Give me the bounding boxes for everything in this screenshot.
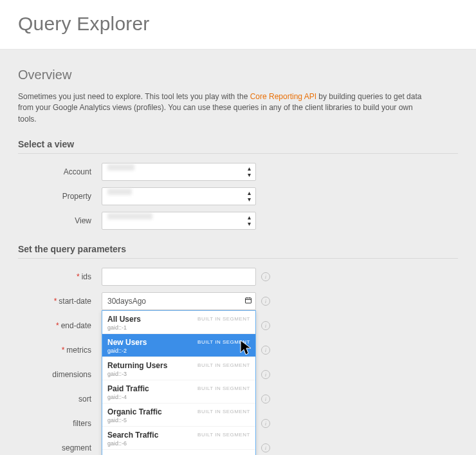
segment-option-id: gaid::-4 — [107, 394, 250, 400]
query-parameters-title: Set the query parameters — [18, 244, 458, 259]
segment-badge: BUILT IN SEGMENT — [197, 362, 250, 368]
segment-option-id: gaid::-1 — [107, 324, 250, 331]
label-start-date: *start-date — [18, 297, 102, 306]
label-filters: filters — [18, 419, 102, 428]
info-icon[interactable]: i — [261, 395, 270, 404]
core-reporting-api-link[interactable]: Core Reporting API — [250, 92, 316, 101]
segment-option-id: gaid::-6 — [107, 440, 250, 447]
label-sort: sort — [18, 395, 102, 404]
overview-intro: Sometimes you just need to explore. This… — [18, 91, 430, 125]
segment-option[interactable]: Paid Trafficgaid::-4BUILT IN SEGMENT — [102, 380, 255, 404]
app-header: Query Explorer — [0, 0, 476, 50]
segment-option[interactable]: Organic Trafficgaid::-5BUILT IN SEGMENT — [102, 404, 255, 427]
property-select[interactable]: ▴▾ — [102, 187, 256, 205]
label-segment: segment — [18, 443, 102, 452]
query-parameters-section: Set the query parameters *ids i *start-d… — [18, 244, 458, 455]
account-select[interactable]: ▴▾ — [102, 163, 256, 181]
label-property: Property — [18, 192, 102, 201]
segment-option-id: gaid::-3 — [107, 371, 250, 377]
info-icon[interactable]: i — [261, 419, 270, 428]
ids-input[interactable] — [102, 268, 256, 286]
segment-badge: BUILT IN SEGMENT — [197, 432, 250, 438]
row-property: Property ▴▾ — [18, 187, 458, 205]
overview-title: Overview — [18, 68, 458, 82]
row-view: View ▴▾ — [18, 212, 458, 230]
row-account: Account ▴▾ — [18, 163, 458, 181]
start-date-input[interactable] — [102, 292, 256, 310]
select-view-section: Select a view Account ▴▾ Property ▴▾ Vie… — [18, 139, 458, 230]
info-icon[interactable]: i — [261, 272, 270, 281]
label-account: Account — [18, 167, 102, 176]
label-ids: *ids — [18, 272, 102, 281]
info-icon[interactable]: i — [261, 297, 270, 306]
page-title: Query Explorer — [18, 13, 458, 35]
segment-option-id: gaid::-5 — [107, 417, 250, 423]
content-area: Overview Sometimes you just need to expl… — [0, 50, 476, 455]
label-dimensions: dimensions — [18, 370, 102, 379]
segment-option[interactable]: Returning Usersgaid::-3BUILT IN SEGMENT — [102, 357, 255, 380]
info-icon[interactable]: i — [261, 370, 270, 379]
row-start-date: *start-date i All Usersgaid::-1BUILT IN … — [18, 292, 458, 310]
info-icon[interactable]: i — [261, 346, 270, 355]
segment-option[interactable]: Search Trafficgaid::-6BUILT IN SEGMENT — [102, 427, 255, 450]
segment-option-id: gaid::-2 — [107, 348, 250, 354]
view-select[interactable]: ▴▾ — [102, 212, 256, 230]
segment-option[interactable]: New Usersgaid::-2BUILT IN SEGMENT — [102, 334, 255, 357]
segment-badge: BUILT IN SEGMENT — [197, 409, 250, 414]
segment-dropdown[interactable]: All Usersgaid::-1BUILT IN SEGMENTNew Use… — [102, 310, 256, 455]
info-icon[interactable]: i — [261, 321, 270, 330]
segment-badge: BUILT IN SEGMENT — [197, 316, 250, 322]
intro-text-pre: Sometimes you just need to explore. This… — [18, 92, 250, 101]
select-view-title: Select a view — [18, 139, 458, 154]
segment-option[interactable]: Direct TrafficBUILT IN SEGMENT — [102, 450, 255, 455]
row-ids: *ids i — [18, 268, 458, 286]
label-metrics: *metrics — [18, 346, 102, 355]
label-end-date: *end-date — [18, 321, 102, 330]
info-icon[interactable]: i — [261, 443, 270, 452]
segment-badge: BUILT IN SEGMENT — [197, 385, 250, 391]
segment-badge: BUILT IN SEGMENT — [197, 339, 250, 345]
label-view: View — [18, 216, 102, 225]
segment-option[interactable]: All Usersgaid::-1BUILT IN SEGMENT — [102, 311, 255, 334]
